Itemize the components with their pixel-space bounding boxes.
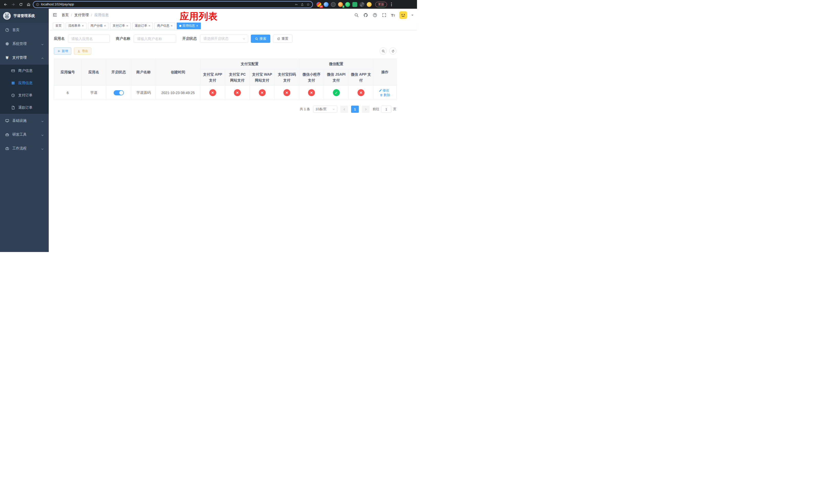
user-menu-caret-icon[interactable] <box>411 15 413 16</box>
page-content: 应用名 商户名称 开启状态 请选择开启状态 <box>49 30 417 252</box>
briefcase-icon <box>5 146 9 151</box>
extension-icon[interactable]: 10 <box>316 2 321 7</box>
bookmark-star-icon[interactable] <box>306 3 310 6</box>
status-select[interactable]: 请选择开启状态 <box>200 35 248 43</box>
sidebar-item-system[interactable]: 系统管理 <box>0 37 49 51</box>
extension-icon[interactable] <box>331 2 336 7</box>
prev-page-button[interactable] <box>340 106 348 113</box>
add-button-label: 新增 <box>62 49 68 53</box>
tab-user-group[interactable]: 用户分组 × <box>88 23 109 29</box>
github-icon[interactable] <box>364 13 368 18</box>
sidebar-item-merchant-info[interactable]: 商户信息 <box>0 65 49 77</box>
extension-icon[interactable]: 1 <box>338 2 343 7</box>
search-button[interactable]: 搜索 <box>251 35 270 43</box>
browser-menu-button[interactable] <box>389 1 394 8</box>
column-header-wx-mini: 微信小程序支付 <box>299 69 324 86</box>
status-label: 开启状态 <box>182 37 197 41</box>
app-table: 应用编号 应用名 开启状态 商户名称 创建时间 支付宝配置 微信配置 操作 支付… <box>54 59 397 100</box>
export-button[interactable]: 导出 <box>74 47 91 54</box>
sidebar-collapse-button[interactable] <box>52 12 58 18</box>
extension-icon[interactable] <box>345 2 350 7</box>
app-name-label: 应用名 <box>54 37 65 41</box>
app-name-input[interactable] <box>68 35 110 43</box>
sidebar-item-home[interactable]: 首页 <box>0 23 49 37</box>
chevron-down-icon <box>41 43 44 45</box>
sidebar-item-pay-order[interactable]: 支付订单 <box>0 89 49 101</box>
extension-icon[interactable] <box>324 2 329 7</box>
column-header-alipay-qr: 支付宝扫码支付 <box>275 69 299 86</box>
close-icon[interactable]: × <box>171 24 173 27</box>
show-search-button[interactable] <box>379 47 387 54</box>
extension-icon[interactable] <box>352 2 357 7</box>
extension-icon[interactable] <box>367 2 372 7</box>
close-icon[interactable]: × <box>104 24 106 27</box>
sidebar-item-label: 首页 <box>12 28 20 32</box>
next-page-button[interactable] <box>362 106 370 113</box>
merchant-name-input[interactable] <box>134 35 176 43</box>
fullscreen-icon[interactable] <box>382 13 387 18</box>
font-size-icon[interactable]: TT <box>391 13 395 17</box>
tab-merchant-info[interactable]: 商户信息 × <box>154 23 175 29</box>
refresh-table-button[interactable] <box>389 47 396 54</box>
status-toggle[interactable] <box>114 90 124 95</box>
status-select-placeholder: 请选择开启状态 <box>203 37 228 41</box>
help-icon[interactable] <box>373 13 377 18</box>
browser-forward-button[interactable] <box>10 1 16 8</box>
close-icon[interactable]: × <box>196 24 198 27</box>
breadcrumb-separator: / <box>91 13 92 17</box>
password-key-icon[interactable] <box>295 3 298 6</box>
yen-icon: ¥ <box>5 55 9 60</box>
monitor-icon <box>5 119 9 123</box>
browser-update-button[interactable]: 更新 <box>375 2 387 7</box>
sidebar-item-payment[interactable]: ¥ 支付管理 <box>0 51 49 65</box>
close-icon[interactable]: × <box>126 24 128 27</box>
tab-label: 退款订单 <box>135 24 147 28</box>
column-header-name: 应用名 <box>82 59 106 86</box>
tab-home[interactable]: 首页 <box>53 23 64 29</box>
sidebar-item-refund-order[interactable]: 退款订单 <box>0 101 49 114</box>
gear-icon <box>5 42 9 46</box>
sidebar-item-dev-tools[interactable]: 研发工具 <box>0 128 49 141</box>
reset-button[interactable]: 重置 <box>273 35 292 43</box>
sidebar: 芋道管理系统 首页 系统管理 ¥ 支付管理 <box>0 9 49 252</box>
browser-reload-button[interactable] <box>18 1 24 8</box>
payment-submenu: 商户信息 应用信息 支付订单 <box>0 65 49 114</box>
delete-link[interactable]: 删除 <box>380 93 390 97</box>
chevron-up-icon <box>41 56 44 59</box>
sidebar-item-infra[interactable]: 基础设施 <box>0 114 49 128</box>
browser-chrome: localhost:1024/pay/app 10 1 更新 <box>0 0 417 9</box>
status-fail-icon <box>259 89 266 96</box>
status-fail-icon <box>234 89 241 96</box>
status-fail-icon <box>308 89 315 96</box>
close-icon[interactable]: × <box>82 24 84 27</box>
search-icon[interactable] <box>354 13 359 18</box>
tab-app-info[interactable]: 应用信息 × <box>177 23 201 29</box>
goto-page-input[interactable] <box>381 106 391 113</box>
browser-home-button[interactable] <box>25 1 32 8</box>
sidebar-item-workflow[interactable]: 工作流程 <box>0 141 49 155</box>
share-icon[interactable] <box>301 3 304 6</box>
breadcrumb-home[interactable]: 首页 <box>62 13 69 18</box>
main-area: 首页 / 支付管理 / 应用信息 <box>49 9 417 252</box>
page-number-button[interactable]: 1 <box>351 106 359 113</box>
breadcrumb-payment[interactable]: 支付管理 <box>74 13 89 18</box>
page-size-select[interactable]: 10条/页 <box>313 106 337 113</box>
edit-link[interactable]: 修改 <box>379 88 389 93</box>
tab-flow-form[interactable]: 流程表单 × <box>66 23 86 29</box>
status-success-icon <box>333 89 340 96</box>
tab-refund-order[interactable]: 退款订单 × <box>132 23 153 29</box>
chevron-down-icon <box>332 108 335 111</box>
cell-id: 6 <box>54 86 82 100</box>
sidebar-item-app-info[interactable]: 应用信息 <box>0 77 49 89</box>
extension-icon[interactable] <box>359 2 365 7</box>
tab-pay-order[interactable]: 支付订单 × <box>110 23 131 29</box>
address-bar[interactable]: localhost:1024/pay/app <box>33 1 313 8</box>
cell-name: 芋道 <box>82 86 106 100</box>
document-icon <box>11 106 15 110</box>
back-icon <box>4 3 7 6</box>
avatar[interactable] <box>399 11 407 19</box>
add-button[interactable]: 新增 <box>54 47 71 54</box>
refresh-icon <box>391 49 395 53</box>
browser-back-button[interactable] <box>2 1 9 8</box>
close-icon[interactable]: × <box>149 24 151 27</box>
